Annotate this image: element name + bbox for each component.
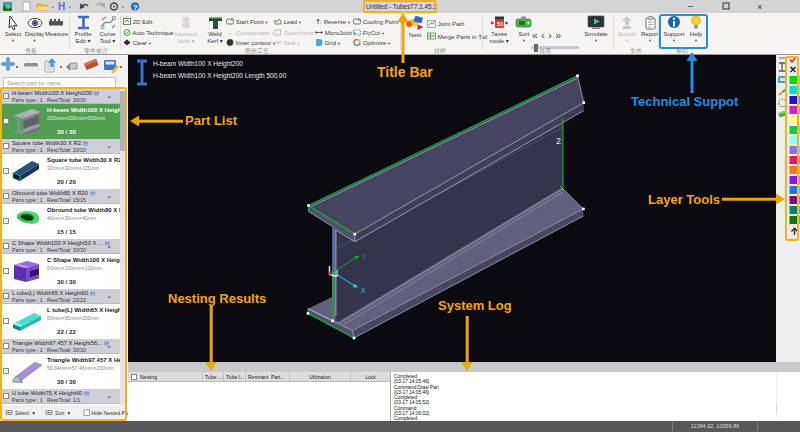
svg-text:H: H xyxy=(58,1,65,12)
svg-text:H-beam Width100 X Height200 Le: H-beam Width100 X Height200 Length 500.0… xyxy=(153,72,287,80)
svg-text:2: 2 xyxy=(556,136,561,146)
svg-text:H-beam Width100 X Height200: H-beam Width100 X Height200 xyxy=(153,60,243,68)
svg-text:?: ? xyxy=(133,3,138,12)
svg-text:–: – xyxy=(688,1,693,11)
svg-text:×: × xyxy=(757,2,762,12)
svg-text:Y: Y xyxy=(362,253,367,260)
svg-text:51: 51 xyxy=(497,21,504,27)
svg-text:↓: ↓ xyxy=(319,19,322,25)
svg-text:X: X xyxy=(361,287,366,294)
